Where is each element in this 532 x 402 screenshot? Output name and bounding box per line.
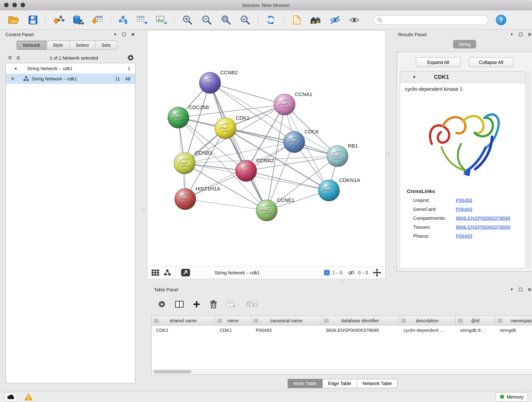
panel-menu-icon[interactable]: ▼ [510, 288, 513, 291]
tab-sets[interactable]: Sets [95, 41, 117, 50]
import-table-button[interactable] [89, 12, 105, 28]
column-header-name[interactable]: name [215, 316, 251, 325]
collapse-all-icon[interactable] [7, 56, 12, 60]
tab-node-table[interactable]: Node Table [288, 379, 323, 388]
table-scrollbar-horizontal[interactable] [152, 369, 532, 374]
tree-item-collection[interactable]: ▼ String Network – cdk1 1 [6, 63, 135, 74]
crosslink-uniprot-link[interactable]: P06493 [456, 197, 472, 203]
pan-mode-button[interactable] [373, 269, 381, 277]
network-node-CCNA2[interactable]: CCNA2 [235, 158, 274, 182]
close-window-button[interactable] [4, 3, 9, 7]
tree-expander-icon[interactable]: ▼ [14, 66, 18, 70]
import-network-from-file-button[interactable] [51, 12, 67, 28]
tab-network[interactable]: Network [17, 41, 46, 50]
splitter-handle[interactable] [387, 153, 390, 156]
function-builder-button[interactable]: f(x) [245, 300, 258, 308]
crosslink-genecard-link[interactable]: P06493 [456, 206, 472, 212]
crosslink-compartments-link[interactable]: 9606.ENSP00000378699 [456, 215, 510, 221]
hidden-eye-icon[interactable] [347, 270, 355, 276]
zoom-out-button[interactable] [199, 12, 215, 28]
delete-column-trash-icon[interactable] [210, 300, 217, 308]
expand-all-icon[interactable] [16, 56, 21, 60]
panel-menu-icon[interactable]: ▼ [114, 33, 117, 36]
column-header-canonicalname[interactable]: canonical name [251, 316, 322, 325]
splitter-handle[interactable] [341, 281, 344, 284]
zoom-selected-button[interactable] [237, 12, 253, 28]
save-session-button[interactable] [25, 12, 41, 28]
network-canvas[interactable]: CCNB2CCNA1CDC25BCDK1CDC6RB1CCNB1CCNA2CDK… [147, 31, 386, 267]
close-panel-icon[interactable]: × [131, 32, 135, 37]
show-graphics-button[interactable] [346, 12, 362, 28]
memory-button[interactable]: Memory [496, 392, 528, 402]
network-view[interactable]: CCNB2CCNA1CDC25BCDK1CDC6RB1CCNB1CCNA2CDK… [147, 30, 386, 279]
network-node-RB1[interactable]: RB1 [327, 143, 358, 167]
network-from-table-button[interactable] [134, 12, 150, 28]
column-header-namespace[interactable]: namespace [495, 316, 532, 325]
selected-checkbox-icon[interactable]: ✓ [324, 270, 330, 275]
home-networks-button[interactable] [308, 12, 324, 28]
table-cell[interactable]: CDK1 [152, 326, 215, 335]
table-cell[interactable]: 9606.ENSP00000378699 [322, 326, 399, 335]
cloud-button[interactable] [4, 392, 17, 402]
tab-style[interactable]: Style [46, 41, 70, 50]
clone-network-button[interactable] [115, 12, 131, 28]
hide-selected-button[interactable] [327, 12, 343, 28]
network-node-CDKN1A[interactable]: CDKN1A [318, 177, 360, 201]
column-header-databaseidentifier[interactable]: database identifier [322, 316, 399, 325]
node-table[interactable]: shared namenamecanonical namedatabase id… [151, 316, 532, 375]
refresh-button[interactable] [263, 12, 279, 28]
float-panel-icon[interactable] [122, 33, 126, 36]
table-cell[interactable]: stringdb [495, 326, 532, 335]
show-columns-icon[interactable] [175, 301, 184, 308]
birdseye-view-button[interactable] [152, 269, 159, 276]
zoom-fit-button[interactable] [218, 12, 234, 28]
splitter-handle[interactable] [142, 208, 145, 211]
network-node-CDC6[interactable]: CDC6 [284, 129, 319, 153]
export-view-button[interactable] [181, 269, 190, 277]
import-network-from-database-button[interactable] [70, 12, 86, 28]
tab-edge-table[interactable]: Edge Table [323, 379, 357, 388]
collapse-section-icon[interactable]: ▼ [412, 75, 416, 79]
network-image-tool-button[interactable] [154, 12, 170, 28]
tree-item-network[interactable]: String Network – cdk1 11 48 [6, 74, 135, 84]
table-row[interactable]: CDK1CDK1P064939606.ENSP00000378699cyclin… [152, 326, 532, 335]
search-box[interactable] [374, 15, 488, 25]
tab-select[interactable]: Select [70, 41, 95, 50]
protein-card-header[interactable]: ▼ CDK1 [400, 71, 525, 83]
search-input[interactable] [384, 17, 485, 22]
table-cell[interactable]: cyclin-dependent ... [399, 326, 456, 335]
close-panel-icon[interactable]: × [528, 287, 531, 293]
column-header-sharedname[interactable]: shared name [152, 316, 215, 325]
network-node-CCNA1[interactable]: CCNA1 [274, 91, 312, 115]
network-overview-button[interactable] [164, 269, 171, 276]
open-session-button[interactable] [6, 12, 22, 28]
zoom-window-button[interactable] [21, 3, 25, 7]
close-panel-icon[interactable]: × [528, 32, 531, 37]
float-panel-icon[interactable] [519, 33, 522, 36]
results-scrollbar-vertical[interactable] [527, 71, 530, 269]
warnings-button[interactable] [23, 392, 34, 402]
minimize-window-button[interactable] [12, 3, 17, 7]
float-panel-icon[interactable] [519, 288, 522, 291]
network-node-CCNE1[interactable]: CCNE1 [256, 197, 295, 221]
gear-icon[interactable] [127, 54, 134, 61]
scrollbar-thumb[interactable] [154, 370, 191, 374]
network-edge-CCNA2-CDKN1A[interactable] [246, 171, 329, 191]
document-button[interactable] [289, 12, 304, 28]
table-cell[interactable]: stringdb:9... [456, 326, 495, 335]
column-header-description[interactable]: description [399, 316, 456, 325]
zoom-in-button[interactable] [179, 12, 195, 28]
crosslink-tissues-link[interactable]: 9606.ENSP00000378699 [456, 224, 510, 230]
table-cell[interactable]: CDK1 [215, 326, 251, 335]
network-edge-CCNB2-CCNA1[interactable] [210, 83, 285, 105]
column-header-id[interactable]: @id [456, 316, 495, 325]
collapse-all-button[interactable]: Collapse All [469, 57, 513, 67]
network-node-CDC25B[interactable]: CDC25B [168, 104, 209, 128]
tab-network-table[interactable]: Network Table [357, 379, 398, 388]
table-settings-gear-icon[interactable] [158, 300, 166, 308]
network-node-HIST1H1A[interactable]: HIST1H1A [175, 186, 220, 210]
panel-menu-icon[interactable]: ▼ [510, 33, 513, 36]
network-node-CDK1[interactable]: CDK1 [215, 115, 250, 139]
add-column-plus-icon[interactable] [193, 301, 200, 308]
crosslink-pharos-link[interactable]: P06493 [456, 233, 472, 239]
